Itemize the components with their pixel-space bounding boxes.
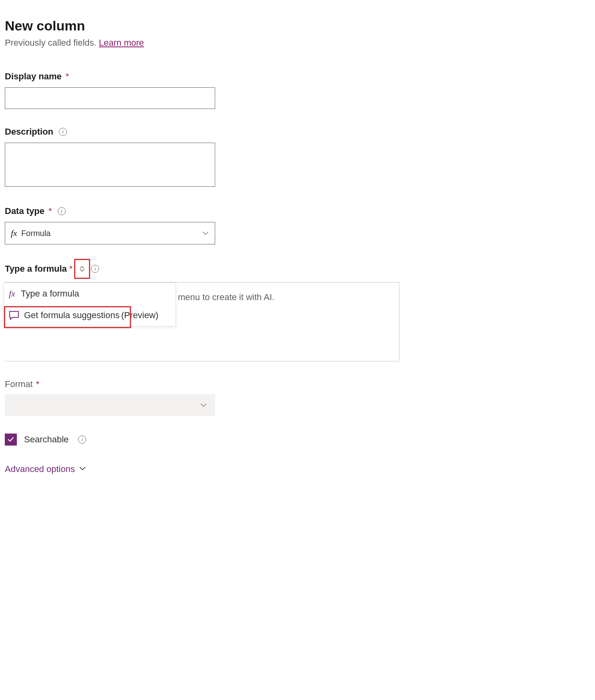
searchable-label: Searchable bbox=[24, 434, 69, 445]
menu-item-get-suggestions-label: Get formula suggestions bbox=[24, 310, 119, 321]
chevron-down-icon bbox=[79, 464, 86, 474]
chat-icon bbox=[9, 311, 20, 320]
formula-placeholder-text: menu to create it with AI. bbox=[178, 292, 274, 303]
display-name-label: Display name * bbox=[5, 71, 590, 82]
display-name-input[interactable] bbox=[5, 87, 215, 109]
description-input[interactable] bbox=[5, 143, 215, 187]
advanced-options-toggle[interactable]: Advanced options bbox=[5, 464, 590, 474]
required-asterisk: * bbox=[36, 379, 40, 389]
required-asterisk: * bbox=[69, 264, 73, 274]
menu-item-type-formula-label: Type a formula bbox=[21, 288, 79, 299]
page-title: New column bbox=[5, 18, 590, 34]
info-icon[interactable]: i bbox=[91, 265, 99, 273]
display-name-label-text: Display name bbox=[5, 71, 62, 82]
format-select[interactable] bbox=[5, 394, 215, 416]
data-type-label: Data type * i bbox=[5, 206, 590, 216]
chevron-down-icon bbox=[200, 401, 207, 409]
formula-menu-toggle[interactable] bbox=[74, 259, 90, 279]
chevron-down-icon bbox=[202, 230, 209, 237]
subtitle-text: Previously called fields. bbox=[5, 38, 99, 48]
page-subtitle: Previously called fields. Learn more bbox=[5, 38, 590, 48]
info-icon[interactable]: i bbox=[78, 436, 86, 444]
required-asterisk: * bbox=[66, 71, 69, 82]
description-label-text: Description bbox=[5, 127, 53, 137]
format-label: Format * bbox=[5, 379, 590, 389]
info-icon[interactable]: i bbox=[59, 128, 67, 136]
data-type-label-text: Data type bbox=[5, 206, 44, 216]
learn-more-link[interactable]: Learn more bbox=[99, 38, 144, 48]
description-label: Description i bbox=[5, 127, 590, 137]
formula-dropdown-menu: fx Type a formula Get formula suggestion… bbox=[4, 282, 176, 327]
format-label-text: Format bbox=[5, 379, 33, 389]
menu-item-type-formula[interactable]: fx Type a formula bbox=[4, 283, 175, 305]
formula-input-area[interactable]: menu to create it with AI. fx Type a for… bbox=[5, 282, 399, 361]
advanced-options-label: Advanced options bbox=[5, 464, 75, 474]
data-type-select[interactable]: fx Formula bbox=[5, 222, 215, 244]
menu-item-get-suggestions[interactable]: Get formula suggestions (Preview) bbox=[4, 305, 175, 326]
required-asterisk: * bbox=[48, 206, 52, 216]
info-icon[interactable]: i bbox=[58, 207, 66, 215]
searchable-checkbox[interactable] bbox=[5, 434, 17, 446]
formula-label-text: Type a formula bbox=[5, 264, 67, 274]
data-type-value: Formula bbox=[21, 229, 50, 238]
preview-badge: (Preview) bbox=[121, 310, 158, 321]
fx-icon: fx bbox=[11, 228, 17, 238]
fx-icon: fx bbox=[9, 288, 21, 299]
up-down-icon bbox=[80, 266, 85, 272]
formula-label: Type a formula * i bbox=[5, 259, 590, 279]
